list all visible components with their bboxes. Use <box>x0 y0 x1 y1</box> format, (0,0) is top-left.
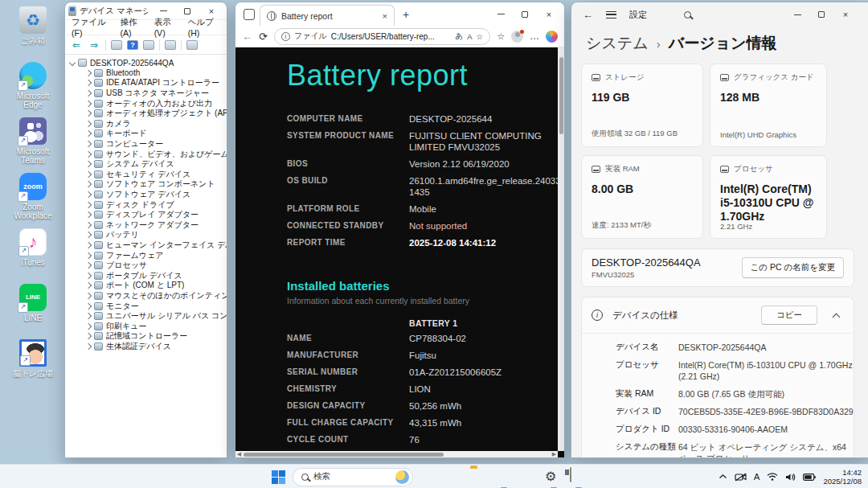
forward-icon[interactable]: ⇒ <box>88 39 100 51</box>
desktop-icon[interactable]: iTunes <box>6 228 59 267</box>
device-tree-item[interactable]: ディスプレイ アダプター <box>78 210 227 220</box>
device-tree-item[interactable]: 記憶域コントローラー <box>78 331 227 342</box>
chevron-right-icon[interactable] <box>85 322 92 329</box>
reload-icon[interactable]: ⟳ <box>259 31 268 43</box>
desktop-icon[interactable]: 脳トレ広場 <box>6 339 59 378</box>
chevron-right-icon[interactable] <box>85 302 92 309</box>
profile-avatar[interactable] <box>511 31 523 43</box>
menu-item[interactable]: ヘルプ(H) <box>188 17 220 38</box>
microsoft-store-button[interactable] <box>520 468 538 486</box>
horizontal-scrollbar[interactable]: ◀▶ <box>235 451 558 457</box>
device-tree-item[interactable]: セキュリティ デバイス <box>78 170 227 180</box>
minimize-button[interactable] <box>151 10 175 11</box>
tab-close-icon[interactable]: × <box>383 11 387 21</box>
device-tree-item[interactable]: ソフトウェア デバイス <box>78 190 227 200</box>
chevron-right-icon[interactable] <box>85 273 92 279</box>
browser-tab[interactable]: Battery report × <box>260 5 395 26</box>
favorite-star-icon[interactable]: ☆ <box>477 32 484 41</box>
chevron-right-icon[interactable] <box>85 242 92 248</box>
device-tree-item[interactable]: オーディオ処理オブジェクト (APO) <box>78 109 227 119</box>
back-icon[interactable]: ⇐ <box>70 39 83 51</box>
help-icon[interactable]: ? <box>127 40 138 50</box>
scan-hardware-icon[interactable] <box>165 40 176 50</box>
address-bar[interactable]: i ファイル C:/Users/USER/battery-rep... あ A … <box>274 28 490 45</box>
hamburger-menu-icon[interactable] <box>606 11 616 18</box>
chevron-right-icon[interactable] <box>85 90 92 96</box>
device-tree-item[interactable]: ファームウェア <box>78 250 227 260</box>
minimize-button[interactable] <box>489 14 513 14</box>
tab-actions-icon[interactable] <box>244 9 255 20</box>
chevron-right-icon[interactable] <box>85 201 92 207</box>
chevron-right-icon[interactable] <box>85 171 92 178</box>
device-tree-item[interactable]: 印刷キュー <box>78 321 227 331</box>
chevron-right-icon[interactable] <box>85 80 92 86</box>
taskbar-search[interactable]: 検索 <box>293 468 413 486</box>
chevron-right-icon[interactable] <box>85 191 92 198</box>
device-tree-item[interactable]: モニター <box>78 301 227 311</box>
ime-mode-indicator[interactable]: A <box>754 472 760 482</box>
device-tree-item[interactable]: システム デバイス <box>78 159 227 170</box>
device-tree-item[interactable]: ユニバーサル シリアル バス コントローラー <box>78 311 227 322</box>
device-tree-item[interactable]: プロセッサ <box>78 260 227 271</box>
device-tree-item[interactable]: ソフトウェア コンポーネント <box>78 179 227 190</box>
back-icon[interactable]: ← <box>583 9 593 21</box>
device-tree-item[interactable]: カメラ <box>78 119 227 129</box>
device-tree-item[interactable]: ポート (COM と LPT) <box>78 281 227 291</box>
taskbar-clock[interactable]: 14:42 2025/12/08 <box>823 468 862 486</box>
device-tree-item[interactable]: ディスク ドライブ <box>78 199 227 210</box>
chevron-right-icon[interactable] <box>85 121 92 127</box>
chevron-down-icon[interactable] <box>69 59 76 66</box>
device-tree-item[interactable]: Bluetooth <box>78 68 227 79</box>
chevron-right-icon[interactable] <box>85 262 92 269</box>
volume-icon[interactable] <box>785 473 796 482</box>
collections-icon[interactable]: ☆ <box>497 31 505 42</box>
wifi-icon[interactable] <box>767 473 778 481</box>
chevron-right-icon[interactable] <box>85 252 92 258</box>
start-button[interactable] <box>272 470 285 484</box>
copilot-icon[interactable] <box>546 31 558 43</box>
read-aloud-icon[interactable]: A <box>467 32 472 41</box>
file-explorer-button[interactable] <box>470 468 488 486</box>
desktop-icon[interactable]: ごみ箱 <box>6 6 59 45</box>
maximize-button[interactable] <box>175 8 199 14</box>
close-button[interactable]: × <box>833 10 858 19</box>
device-tree-item[interactable]: マウスとそのほかのポインティング デバイス <box>78 291 227 301</box>
chevron-right-icon[interactable] <box>85 130 92 137</box>
desktop-icon[interactable]: LINE <box>6 284 59 322</box>
device-tree-item[interactable]: ポータブル デバイス <box>78 270 227 281</box>
chevron-right-icon[interactable] <box>85 110 92 117</box>
menu-item[interactable]: 表示(V) <box>154 17 178 38</box>
chevron-right-icon[interactable] <box>85 70 92 76</box>
device-tree-item[interactable]: USB コネクタ マネージャー <box>78 88 227 99</box>
chevron-right-icon[interactable] <box>85 343 92 350</box>
menu-item[interactable]: ファイル(F) <box>72 17 111 38</box>
translate-icon[interactable]: あ <box>456 31 464 42</box>
weather-icon[interactable] <box>395 470 409 484</box>
maximize-button[interactable] <box>809 11 833 18</box>
device-manager-button[interactable] <box>570 468 588 486</box>
chevron-right-icon[interactable] <box>85 282 92 289</box>
menu-item[interactable]: 操作(A) <box>121 17 145 38</box>
show-icon[interactable] <box>111 40 122 50</box>
close-button[interactable]: × <box>199 6 223 16</box>
properties-icon[interactable] <box>143 40 154 50</box>
minimize-button[interactable] <box>785 14 809 15</box>
computer-icon[interactable] <box>186 40 198 50</box>
device-tree-item[interactable]: キーボード <box>78 129 227 139</box>
new-tab-button[interactable]: + <box>403 8 409 21</box>
chevron-right-icon[interactable] <box>85 161 92 167</box>
maximize-button[interactable] <box>513 11 537 18</box>
chevron-right-icon[interactable] <box>85 181 92 187</box>
settings-button[interactable]: ⚙ <box>545 468 563 486</box>
device-tree-item[interactable]: ヒューマン インターフェイス デバイス <box>78 240 227 251</box>
device-tree-item[interactable]: コンピューター <box>78 139 227 150</box>
close-button[interactable]: × <box>537 10 561 19</box>
chevron-right-icon[interactable] <box>85 333 92 339</box>
search-icon[interactable] <box>684 11 691 18</box>
breadcrumb-parent[interactable]: システム <box>586 33 649 54</box>
vertical-scrollbar[interactable] <box>558 47 564 451</box>
chevron-right-icon[interactable] <box>85 222 92 228</box>
chevron-right-icon[interactable] <box>85 232 92 238</box>
chevron-right-icon[interactable] <box>85 150 92 157</box>
settings-titlebar[interactable]: ← 設定 × <box>571 2 868 27</box>
